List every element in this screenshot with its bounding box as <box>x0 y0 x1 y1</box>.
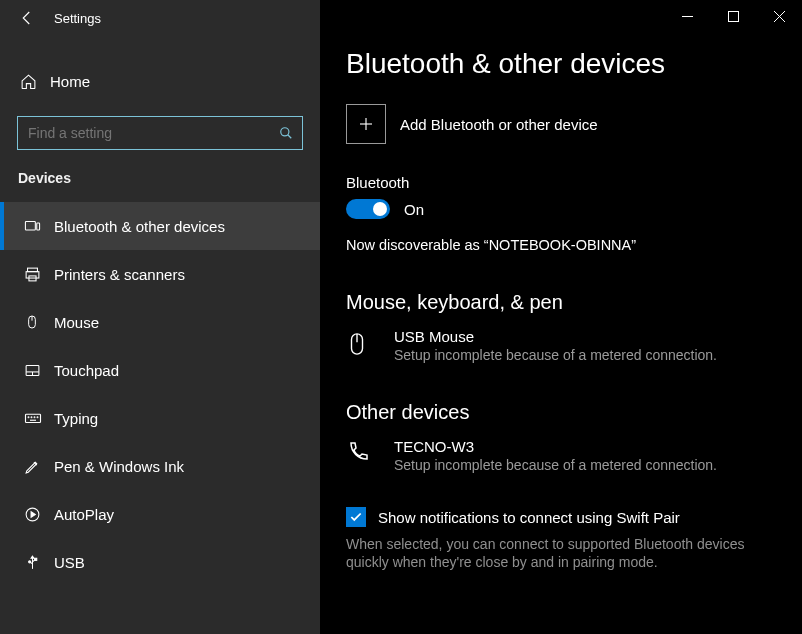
pen-icon <box>24 458 54 475</box>
sidebar-item-usb[interactable]: USB <box>0 538 320 586</box>
sidebar-item-label: USB <box>54 554 85 571</box>
svg-point-14 <box>34 417 35 418</box>
sidebar-item-typing[interactable]: Typing <box>0 394 320 442</box>
touchpad-icon <box>24 362 54 379</box>
main-panel: Bluetooth & other devices Add Bluetooth … <box>320 0 802 634</box>
swift-pair-checkbox[interactable] <box>346 507 366 527</box>
mouse-icon <box>24 314 54 330</box>
add-device-button[interactable]: Add Bluetooth or other device <box>346 104 802 144</box>
sidebar-section-header: Devices <box>0 150 320 196</box>
sidebar-item-pen[interactable]: Pen & Windows Ink <box>0 442 320 490</box>
sidebar-home-label: Home <box>50 73 90 90</box>
keyboard-icon <box>24 409 54 427</box>
close-button[interactable] <box>756 0 802 32</box>
sidebar-item-label: Touchpad <box>54 362 119 379</box>
svg-point-18 <box>29 560 31 562</box>
svg-rect-2 <box>37 222 40 229</box>
device-name: USB Mouse <box>394 328 717 345</box>
svg-point-15 <box>37 417 38 418</box>
printer-icon <box>24 266 54 283</box>
sidebar-item-mouse[interactable]: Mouse <box>0 298 320 346</box>
toggle-knob <box>373 202 387 216</box>
svg-rect-1 <box>25 221 35 230</box>
section-other-header: Other devices <box>346 401 802 424</box>
titlebar: Settings <box>0 0 320 36</box>
swift-pair-label: Show notifications to connect using Swif… <box>378 509 680 526</box>
sidebar-item-label: AutoPlay <box>54 506 114 523</box>
sidebar-item-label: Printers & scanners <box>54 266 185 283</box>
device-name: TECNO-W3 <box>394 438 717 455</box>
sidebar-home[interactable]: Home <box>0 58 320 104</box>
usb-icon <box>24 554 54 571</box>
bluetooth-toggle[interactable] <box>346 199 390 219</box>
add-device-label: Add Bluetooth or other device <box>400 116 598 133</box>
svg-rect-19 <box>35 558 37 560</box>
svg-rect-3 <box>28 268 38 272</box>
svg-point-0 <box>281 128 289 136</box>
sidebar-item-label: Typing <box>54 410 98 427</box>
maximize-button[interactable] <box>710 0 756 32</box>
page-title: Bluetooth & other devices <box>346 48 802 80</box>
svg-point-13 <box>31 417 32 418</box>
sidebar-item-touchpad[interactable]: Touchpad <box>0 346 320 394</box>
autoplay-icon <box>24 506 54 523</box>
device-row-usb-mouse[interactable]: USB Mouse Setup incomplete because of a … <box>346 328 802 363</box>
sidebar-item-label: Bluetooth & other devices <box>54 218 225 235</box>
device-status: Setup incomplete because of a metered co… <box>394 457 717 473</box>
device-status: Setup incomplete because of a metered co… <box>394 347 717 363</box>
sidebar-item-printers[interactable]: Printers & scanners <box>0 250 320 298</box>
minimize-button[interactable] <box>664 0 710 32</box>
bluetooth-label: Bluetooth <box>346 174 802 191</box>
plus-icon <box>346 104 386 144</box>
sidebar-item-bluetooth[interactable]: Bluetooth & other devices <box>0 202 320 250</box>
search-input[interactable] <box>17 116 303 150</box>
section-mouse-header: Mouse, keyboard, & pen <box>346 291 802 314</box>
back-icon[interactable] <box>18 9 46 27</box>
sidebar: Settings Home Devices Bluetooth & other … <box>0 0 320 634</box>
svg-point-12 <box>28 417 29 418</box>
window-title: Settings <box>54 11 101 26</box>
phone-device-icon <box>346 438 382 473</box>
discoverable-text: Now discoverable as “NOTEBOOK-OBINNA” <box>346 237 802 253</box>
search-icon <box>279 126 293 140</box>
device-row-tecno[interactable]: TECNO-W3 Setup incomplete because of a m… <box>346 438 802 473</box>
mouse-device-icon <box>346 328 382 363</box>
devices-icon <box>24 218 54 235</box>
svg-rect-4 <box>26 271 39 277</box>
sidebar-nav: Bluetooth & other devices Printers & sca… <box>0 202 320 586</box>
svg-rect-11 <box>26 414 41 422</box>
sidebar-item-autoplay[interactable]: AutoPlay <box>0 490 320 538</box>
sidebar-item-label: Mouse <box>54 314 99 331</box>
sidebar-item-label: Pen & Windows Ink <box>54 458 184 475</box>
svg-rect-21 <box>728 11 738 21</box>
bluetooth-toggle-state: On <box>404 201 424 218</box>
home-icon <box>20 73 50 90</box>
swift-pair-description: When selected, you can connect to suppor… <box>346 535 802 571</box>
window-controls <box>664 0 802 32</box>
